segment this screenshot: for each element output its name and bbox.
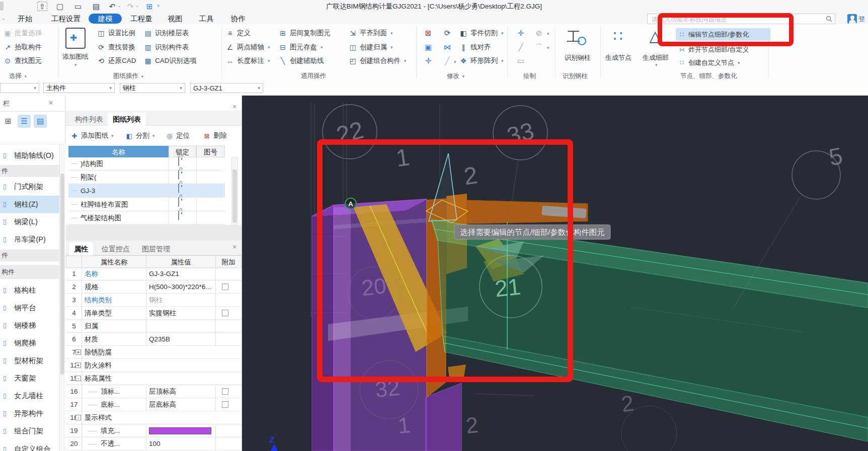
draw-arc-icon[interactable]: ⌒	[532, 41, 545, 53]
collapse-icon[interactable]: -	[75, 376, 81, 381]
find-element-button[interactable]: ⊙ 查找图元	[3, 55, 42, 67]
nav-item-portal-frame[interactable]: ▯门式刚架	[0, 178, 59, 196]
nav-item-steel-stair[interactable]: ▯钢楼梯	[0, 317, 59, 334]
recognize-steel-column-button[interactable]: 识别钢柱	[558, 53, 598, 62]
toolbar-overflow-icon[interactable]: ≡	[157, 3, 160, 8]
menu-caret-icon[interactable]: ⌄	[2, 16, 6, 21]
property-row-structure-type[interactable]: 3结构类别 钢柱	[66, 294, 242, 307]
move-icon[interactable]: ✛	[422, 55, 435, 67]
filter-dropdown-component-name[interactable]: GJ-3-GZ1▾	[190, 83, 263, 93]
tab-quantities[interactable]: 工程量	[127, 14, 156, 24]
save-icon[interactable]: ▤	[90, 1, 103, 12]
trim-extend-icon[interactable]: ╱	[441, 55, 454, 67]
set-scale-button[interactable]: ◫ 设置比例	[97, 27, 135, 39]
extra-checkbox[interactable]	[222, 401, 228, 408]
search-icon[interactable]	[826, 16, 832, 22]
property-row-fireproof[interactable]: 12+ 防火涂料	[66, 359, 242, 372]
nav-item-custom-composite[interactable]: ▯自定义组合	[0, 440, 59, 451]
generate-detail-dropdown-icon[interactable]: ▾	[655, 62, 658, 67]
login-label[interactable]: 登	[858, 15, 868, 24]
two-point-axis-button[interactable]: ∠ 两点辅轴▾	[225, 41, 270, 53]
tab-view[interactable]: 视图	[164, 14, 186, 24]
sheet-row-selected[interactable]: GJ-3	[68, 184, 225, 198]
property-row-spec[interactable]: 2规格 H(500~300)*220*6...	[66, 281, 242, 294]
tab-position-control[interactable]: 位置控点	[97, 242, 135, 255]
locate-sheet-button[interactable]: ◎ 定位	[165, 130, 190, 142]
tab-start[interactable]: 开始	[15, 14, 35, 24]
tab-sheet-list[interactable]: 图纸列表	[108, 113, 146, 126]
restore-cad-button[interactable]: ⟲ 还原CAD	[97, 55, 136, 67]
property-row-display-style[interactable]: 18- 显示样式	[66, 411, 242, 424]
nav-item-steel-beam[interactable]: ▯钢梁(L)	[0, 213, 59, 231]
draw-arc-dropdown-icon[interactable]: ▾	[547, 45, 549, 50]
property-row-rust-proof[interactable]: 7+ 除锈防腐	[66, 346, 242, 359]
property-row-elevation-group[interactable]: 15- 标高属性	[66, 372, 242, 385]
nav-item-crane-beam[interactable]: ▯吊车梁(P)	[0, 231, 59, 248]
property-row-material[interactable]: 6材质 Q235B	[66, 333, 242, 346]
mirror-icon[interactable]: ⋈	[441, 41, 454, 53]
extra-checkbox[interactable]	[222, 310, 228, 316]
nav-view-grid-icon[interactable]: ⊞	[2, 115, 15, 128]
nav-scrollbar-thumb[interactable]	[60, 173, 64, 375]
recognize-component-table-button[interactable]: ▥ 识别构件表	[143, 41, 189, 53]
tab-tools[interactable]: 工具	[195, 14, 217, 24]
upload-icon[interactable]: ⇧	[37, 2, 47, 11]
properties-panel-close-icon[interactable]: ✕	[230, 243, 239, 251]
tab-modeling[interactable]: 建模	[89, 14, 122, 24]
rotate-icon[interactable]: ⟳	[441, 27, 454, 39]
add-drawing-button[interactable]: 添加图纸	[60, 52, 91, 61]
tab-collaborate[interactable]: 协作	[227, 14, 249, 24]
group-label-sheet-ops[interactable]: 图纸操作 ▾	[113, 72, 143, 80]
property-row-bottom-elevation[interactable]: 17 底标... 层底标高	[66, 398, 242, 411]
expand-icon[interactable]: +	[75, 363, 81, 368]
filter-dropdown-steel-column[interactable]: 钢柱▾	[120, 83, 185, 93]
split-sheet-button[interactable]: ◧ 分割▾	[125, 130, 155, 142]
cad-recognition-options-button[interactable]: ▦ CAD识别选项	[143, 55, 197, 67]
summary-grid-icon[interactable]: ⊞	[143, 1, 156, 12]
property-row-name[interactable]: 1名称 GJ-3-GZ1	[66, 267, 242, 281]
new-file-icon[interactable]: ▢	[53, 1, 66, 12]
generate-detail-button[interactable]: 生成细部	[640, 53, 671, 62]
sheet-panel-close-icon[interactable]: ✕	[230, 103, 239, 111]
collapse-icon[interactable]: -	[75, 415, 81, 420]
nav-item-special-shape[interactable]: ▯异形构件	[0, 405, 59, 422]
delete-icon[interactable]: ⊠	[422, 27, 435, 39]
create-composite-button[interactable]: ◰ 创建组合构件▾	[348, 55, 407, 67]
create-custom-node-button[interactable]: ∷ 创建自定义节点▾	[676, 56, 770, 69]
pick-component-button[interactable]: ↗ 拾取构件	[3, 41, 42, 53]
draw-point-icon[interactable]: ✛	[514, 27, 527, 39]
nav-item-steel-platform[interactable]: ▯钢平台	[0, 299, 59, 317]
recognize-floor-table-button[interactable]: ▤ 识别楼层表	[143, 27, 189, 39]
column-header-number[interactable]: 图号	[196, 146, 225, 157]
column-header-name[interactable]: 名称	[68, 146, 169, 157]
lock-icon[interactable]	[178, 157, 187, 166]
create-guideline-button[interactable]: ╲ 创建辅助线	[278, 55, 324, 67]
align-to-face-button[interactable]: ⇲ 平齐到面▾	[348, 27, 393, 39]
line-align-button[interactable]: ∥ 线对齐	[459, 41, 491, 53]
lock-icon[interactable]	[178, 170, 187, 179]
nav-item-lattice-column[interactable]: ▯格构柱	[0, 282, 59, 299]
delete-sheet-button[interactable]: ⊠ 删除	[202, 130, 227, 142]
expand-icon[interactable]: +	[75, 349, 81, 355]
circular-array-button[interactable]: ❖ 环形阵列▾	[459, 55, 504, 67]
nav-item-steel-ladder[interactable]: ▯钢爬梯	[0, 334, 59, 352]
part-cut-button[interactable]: ◧ 零件切割▾	[459, 27, 504, 39]
draw-rect-icon[interactable]: ▭	[514, 55, 527, 67]
lock-icon[interactable]	[178, 184, 187, 193]
nav-item-steel-column[interactable]: ▯钢柱(Z)	[0, 196, 59, 213]
open-file-icon[interactable]: ▭	[71, 1, 85, 12]
tab-component-list[interactable]: 构件列表	[70, 113, 108, 126]
extra-checkbox[interactable]	[222, 284, 228, 290]
extra-checkbox[interactable]	[222, 388, 228, 395]
group-label-select[interactable]: 选择 ▾	[9, 72, 27, 80]
nav-view-card-icon[interactable]: ▤	[34, 115, 47, 128]
lock-icon[interactable]	[178, 211, 187, 220]
property-row-opacity[interactable]: 20 不透... 100	[66, 437, 242, 450]
sheet-scrollbar-thumb[interactable]	[232, 169, 237, 223]
draw-circle-icon[interactable]: ⊘	[532, 27, 545, 39]
filter-dropdown-main-component[interactable]: 主构件▾	[43, 83, 115, 93]
define-button[interactable]: ≡ 定义	[225, 27, 251, 39]
user-avatar[interactable]	[847, 14, 857, 24]
redo-dropdown-icon[interactable]: ⌄	[135, 3, 139, 8]
navigation-panel-close-icon[interactable]: ✕	[46, 99, 55, 108]
